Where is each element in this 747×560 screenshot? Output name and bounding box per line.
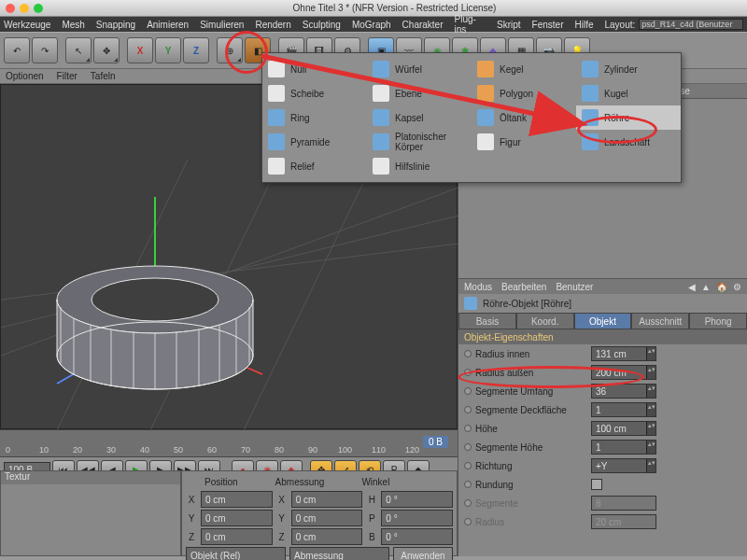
coord-button[interactable]: ⊕ [217,37,243,63]
primitive-item[interactable]: Hilfslinie [367,154,472,178]
subbar-item[interactable]: Optionen [6,71,44,81]
menu-item[interactable]: Hilfe [574,20,593,30]
primitive-item[interactable] [576,154,681,178]
position-field[interactable]: 0 cm [201,491,273,508]
axis-label: Y [276,513,288,524]
menu-item[interactable]: Rendern [255,20,290,30]
layout-label: Layout: [605,20,636,30]
attr-tab[interactable]: Phong [689,313,747,329]
attr-tab[interactable]: Objekt [574,313,632,329]
prop-value-field[interactable]: 131 cm▴▾ [591,346,656,361]
primitive-item[interactable]: Zylinder [576,57,681,81]
rotation-field[interactable]: 0 ° [381,491,453,508]
prop-value-field[interactable]: 36▴▾ [591,384,656,399]
attr-tab[interactable]: Ausschnitt [631,313,689,329]
move-button[interactable]: ✥ [93,37,120,63]
menu-item[interactable]: Mesh [62,20,84,30]
primitive-icon [268,109,285,126]
nav-settings-icon[interactable]: ⚙ [733,282,741,292]
anim-dot[interactable] [464,462,472,469]
primitive-item[interactable]: Scheibe [262,81,367,105]
prop-value-field[interactable]: 1▴▾ [591,440,656,455]
menu-item[interactable]: Snapping [96,20,135,30]
undo-button[interactable]: ↶ [4,37,30,63]
prop-value-field[interactable]: 1▴▾ [591,402,656,417]
size-field[interactable]: 0 cm [291,528,363,545]
prop-label: Segmente Umfang [475,386,587,397]
rotation-field[interactable]: 0 ° [381,510,453,526]
prop-value-field[interactable]: 200 cm▴▾ [591,365,656,380]
rotation-field[interactable]: 0 ° [381,528,453,545]
nav-back-icon[interactable]: ◀ [688,282,696,292]
anim-dot[interactable] [464,443,472,451]
primitive-item[interactable]: Ebene [367,81,472,105]
subbar-item[interactable]: Filter [57,71,78,81]
attr-tab[interactable]: Basis [458,313,516,329]
close-icon[interactable] [6,4,15,13]
layout-field[interactable] [639,19,743,30]
anim-dot [464,499,472,507]
primitive-label: Würfel [395,64,422,75]
primitive-item[interactable]: Pyramide [262,130,367,154]
menu-item[interactable]: Simulieren [200,20,244,30]
prop-value-field[interactable]: +Y▴▾ [591,458,656,473]
size-field[interactable]: 0 cm [291,491,363,508]
attr-menu[interactable]: Benutzer [556,282,593,292]
attr-menu[interactable]: Modus [464,282,492,292]
axis-y-button[interactable]: Y [155,37,181,63]
anim-dot[interactable] [464,481,472,488]
menu-item[interactable]: Skript [497,20,521,30]
attr-tab[interactable]: Koord. [516,313,574,329]
primitive-item[interactable]: Kugel [576,81,681,105]
select-button[interactable]: ↖ [65,37,92,63]
apply-button[interactable]: Anwenden [393,547,453,560]
primitive-item[interactable]: Öltank [472,105,576,130]
window-title: Ohne Titel 3 * (NFR Version - Restricted… [48,3,741,13]
coord-mode-select[interactable]: Objekt (Rel) [186,547,286,560]
section-header: Objekt-Eigenschaften [458,329,747,344]
primitive-item[interactable]: Landschaft [576,130,681,154]
subbar-item[interactable]: Tafeln [91,71,116,81]
axis-x-button[interactable]: X [127,37,153,63]
coord-dim-select[interactable]: Abmessung [289,547,389,560]
anim-dot[interactable] [464,387,472,395]
primitive-item[interactable]: Kapsel [367,105,472,130]
menu-item[interactable]: Charakter [402,20,444,30]
primitive-item[interactable]: Würfel [367,57,472,81]
primitive-item[interactable]: Ring [262,105,367,130]
primitive-label: Polygon [500,89,533,99]
nav-up-icon[interactable]: ▲ [701,282,711,292]
primitive-item[interactable]: Relief [262,154,367,178]
anim-dot[interactable] [464,406,472,413]
primitive-item[interactable]: Null [262,57,367,81]
primitive-item[interactable]: Platonischer Körper [367,130,472,154]
primitive-item[interactable]: Kegel [472,57,576,81]
anim-dot[interactable] [464,350,472,357]
menu-item[interactable]: Sculpting [303,20,341,30]
anim-dot[interactable] [464,369,472,376]
menu-item[interactable]: MoGraph [352,20,391,30]
primitive-item[interactable]: Figur [472,130,576,154]
primitive-item[interactable]: Polygon [472,81,576,105]
primitive-icon [477,85,494,102]
position-field[interactable]: 0 cm [201,510,273,526]
primitive-item[interactable]: Röhre [576,105,681,130]
attr-menu[interactable]: Bearbeiten [501,282,546,292]
axis-z-button[interactable]: Z [183,37,209,63]
menu-item[interactable]: Fenster [532,20,564,30]
primitive-label: Pyramide [290,137,330,147]
redo-button[interactable]: ↷ [32,37,58,63]
primitive-item[interactable] [472,154,576,178]
position-field[interactable]: 0 cm [201,528,273,545]
rounding-checkbox[interactable] [591,479,602,490]
nav-home-icon[interactable]: 🏠 [716,282,727,292]
menu-item[interactable]: Werkzeuge [4,20,50,30]
prop-value-field[interactable]: 100 cm▴▾ [591,421,656,436]
timeline-ruler[interactable]: 0 10 20 30 40 50 60 70 80 90 100 110 120… [0,429,458,457]
minimize-icon[interactable] [20,4,29,13]
menu-item[interactable]: Animieren [147,20,189,30]
zoom-icon[interactable] [34,4,43,13]
size-field[interactable]: 0 cm [291,510,363,526]
anim-dot[interactable] [464,425,472,432]
menu-item[interactable]: Plug-ins [455,14,486,35]
